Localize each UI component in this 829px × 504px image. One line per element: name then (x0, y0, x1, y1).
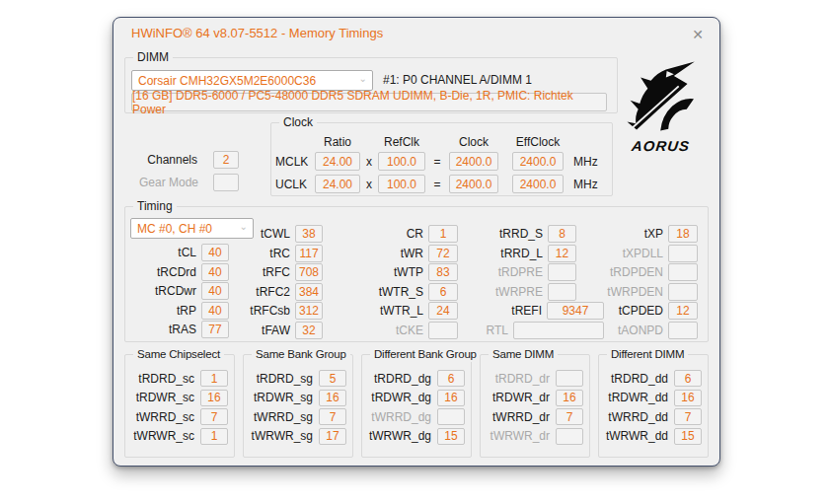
clock-group: Clock Ratio RefClk Clock EffClock MCLK 2… (270, 122, 613, 196)
timing-value-box (668, 245, 698, 262)
group-legend: Same Bank Group (252, 347, 350, 362)
multiply-sign: x (360, 155, 378, 169)
channels-label: Channels (139, 153, 197, 167)
timing-label: tWTP (362, 265, 428, 279)
uclk-clock-box: 2400.0 (449, 175, 498, 193)
timing-label: tCPDED (588, 304, 668, 318)
timing-label: tWRWR_sc (131, 429, 200, 443)
timing-label: tWRWR_sg (250, 429, 319, 443)
timing-value-box (668, 283, 698, 301)
clock-group-legend: Clock (279, 115, 317, 130)
timing-value-box: 32 (295, 322, 323, 339)
timing-label: tRDRD_dg (368, 372, 437, 386)
timing-label: tXPDLL (588, 247, 668, 260)
timing-value-box: 83 (428, 263, 458, 281)
timing-label: tRDRD_dd (605, 372, 674, 386)
timing-value-box: 5 (319, 370, 346, 387)
timing-column-3: CR1 tWR72 tWTP83 tWTR_S6 tWTR_L24 tCKE (362, 225, 458, 340)
timing-value-box: 6 (437, 370, 465, 387)
timing-value-box: 40 (201, 263, 229, 281)
timing-column-4: tRRD_S8 tRRD_L12 tRDPRE tWRPRE tREFI9347… (474, 225, 604, 340)
timing-label: tWRRD_sg (250, 410, 319, 424)
timing-label: tRFC (230, 265, 295, 279)
timing-value-box (668, 263, 698, 281)
channels-value-box: 2 (213, 151, 239, 169)
timing-label: tRDRD_dr (487, 372, 556, 386)
timing-label: tRC (230, 247, 295, 260)
timing-label: tCWL (230, 227, 295, 241)
timing-value-box: 24 (428, 302, 458, 320)
timing-value-box (668, 322, 698, 339)
aorus-logo: AORUS (612, 59, 711, 155)
timing-group-legend: Timing (133, 199, 177, 214)
timing-value-box: 17 (319, 428, 346, 445)
uclk-unit-label: MHz (573, 178, 598, 191)
timing-label: tFAW (230, 324, 295, 337)
gear-mode-label: Gear Mode (139, 176, 197, 189)
mclk-effclock-box: 2400.0 (512, 152, 564, 171)
clock-header-row: Ratio RefClk Clock EffClock (275, 132, 564, 151)
timing-label: tWRWR_dd (605, 429, 674, 443)
timing-label: tRDWR_dd (605, 391, 674, 404)
timing-label: tWR (362, 247, 428, 260)
timing-column-5: tXP18 tXPDLL tRDPDEN tWRPDEN tCPDED12 tA… (588, 225, 698, 340)
timing-column-1: tCL40 tRCDrd40 tRCDwr40 tRP40 tRAS77 (140, 244, 229, 340)
dimm-group-legend: DIMM (133, 50, 173, 65)
uclk-effclock-box: 2400.0 (512, 175, 564, 193)
timing-label: tCL (140, 246, 201, 259)
timing-label: tRDRD_sc (131, 372, 200, 386)
timing-label: tRDWR_dg (368, 391, 437, 404)
timing-value-box: 8 (548, 225, 576, 243)
timing-label: tRDPDEN (588, 265, 668, 279)
uclk-refclk-box: 100.0 (378, 175, 425, 193)
mclk-unit-label: MHz (573, 155, 598, 169)
timing-label: tRDPRE (474, 265, 548, 279)
timing-label: tWRWR_dg (368, 429, 437, 443)
timing-label: tWRWR_dr (487, 429, 556, 443)
same-dimm-group: Same DIMM tRDRD_dr tRDWR_dr16 tWRRD_dr7 … (480, 354, 590, 458)
timing-value-box: 16 (437, 390, 465, 406)
timing-label: tAONPD (588, 324, 668, 337)
timing-label: CR (362, 227, 428, 241)
clock-header-clock: Clock (449, 135, 498, 149)
timing-label: tRRD_L (474, 247, 548, 260)
timing-label: tWRPRE (474, 285, 548, 299)
mclk-label: MCLK (275, 155, 315, 169)
gear-mode-row: Gear Mode (139, 174, 239, 191)
timing-value-box (556, 428, 583, 445)
desktop: HWiNFO® 64 v8.07-5512 - Memory Timings ✕… (0, 0, 829, 504)
timing-value-box: 38 (295, 225, 323, 243)
timing-value-box: 16 (674, 390, 702, 406)
timing-label: tWRRD_sc (131, 410, 200, 424)
same-bank-group-group: Same Bank Group tRDRD_sg5 tRDWR_sg16 tWR… (243, 354, 353, 458)
timing-label: tRFCsb (230, 304, 295, 318)
equals-sign: = (425, 155, 449, 169)
timing-label: tRCDwr (140, 284, 201, 298)
timing-value-box: 6 (428, 283, 458, 301)
timing-value-box: 16 (200, 390, 228, 406)
group-legend: Different Bank Group (370, 347, 481, 362)
timing-value-box: 117 (295, 245, 323, 262)
timing-value-box: 6 (674, 370, 702, 387)
mclk-ratio-box: 24.00 (315, 152, 360, 171)
timing-value-box: 16 (319, 390, 346, 406)
timing-value-box (556, 370, 583, 387)
timing-label: tRCDrd (140, 265, 201, 279)
multiply-sign: x (360, 178, 378, 191)
timing-label: tRAS (140, 323, 201, 336)
close-button[interactable]: ✕ (688, 25, 708, 44)
timing-value-box: 40 (201, 244, 229, 261)
timing-group: Timing MC #0, CH #0 ⌄ tCL40 tRCDrd40 tRC… (124, 206, 709, 342)
timing-label: tCKE (362, 324, 428, 337)
timing-value-box: 384 (295, 283, 323, 301)
timing-value-box: 15 (437, 428, 465, 445)
timing-value-box: 1 (200, 370, 228, 387)
timing-label: tRDWR_sg (250, 391, 319, 404)
aorus-falcon-icon (621, 59, 702, 132)
mclk-refclk-box: 100.0 (378, 152, 425, 171)
uclk-label: UCLK (275, 178, 315, 191)
aorus-wordmark: AORUS (632, 137, 692, 153)
same-chipselect-group: Same Chipselect tRDRD_sc1 tRDWR_sc16 tWR… (124, 354, 235, 458)
timing-value-box: 7 (674, 408, 702, 425)
timing-value-box: 7 (556, 408, 583, 425)
